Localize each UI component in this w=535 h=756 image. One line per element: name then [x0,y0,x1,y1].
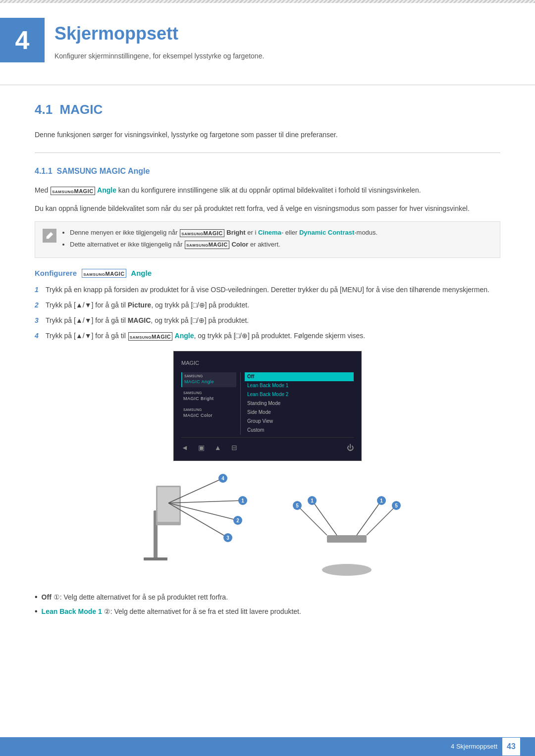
chapter-number-box: 4 [0,18,45,62]
body-text-2: Du kan oppnå lignende bildekvalitet som … [35,203,500,214]
svg-text:4: 4 [221,476,224,481]
osd-option-standing: Standing Mode [245,399,354,408]
osd-option-lean2: Lean Back Mode 2 [245,390,354,399]
monitor-side-diagram: 4 1 2 3 [124,471,263,580]
osd-btn-enter: ⊟ [231,443,237,453]
footer-section-label: 4 Skjermoppsett [451,742,497,752]
osd-menu-item-color: SAMSUNG MAGIC Color [181,406,236,421]
svg-text:1: 1 [241,498,244,504]
svg-text:2: 2 [236,518,239,523]
chapter-number: 4 [15,21,30,59]
svg-text:1: 1 [311,498,314,504]
step-4: 4 Trykk på [▲/▼] for å gå til SAMSUNGMAG… [35,331,500,341]
section-4-1-intro: Denne funksjonen sørger for visningsvink… [35,129,500,140]
osd-btn-menu: ▣ [198,443,205,453]
osd-btn-left: ◄ [181,443,188,453]
osd-option-lean1: Lean Back Mode 1 [245,381,354,390]
samsung-magic-brand-step4: SAMSUNGMAGIC [128,332,173,341]
bullet-item-2: • Lean Back Mode 1 ②: Velg dette alterna… [35,606,500,617]
chapter-header: 4 Skjermoppsett Konfigurer skjerminnstil… [0,3,535,72]
section-4-1-1-title: 4.1.1 SAMSUNG MAGIC Angle [35,165,500,177]
svg-text:5: 5 [296,503,299,508]
osd-option-off: Off [245,372,354,381]
svg-text:1: 1 [380,498,383,504]
samsung-magic-brand-color: SAMSUNGMAGIC [185,241,229,249]
svg-rect-3 [158,487,179,522]
samsung-magic-brand-bright: SAMSUNGMAGIC [180,229,224,237]
osd-btn-power: ⏻ [347,443,354,453]
osd-options-column: Off Lean Back Mode 1 Lean Back Mode 2 St… [241,372,354,435]
osd-bottom-bar: ◄ ▣ ▲ ⊟ ⏻ [181,437,354,453]
osd-menu-column: SAMSUNG MAGIC Angle SAMSUNG MAGIC Bright… [181,372,241,435]
note-item-2: Dette alternativet er ikke tilgjengelig … [70,240,377,250]
svg-line-20 [312,501,337,535]
svg-point-16 [322,564,372,576]
chapter-title: Skjermoppsett [54,20,264,47]
body-text-1: Med SAMSUNGMAGIC Angle kan du konfigurer… [35,185,500,196]
main-content: 4.1 MAGIC Denne funksjonen sørger for vi… [0,100,535,617]
svg-text:3: 3 [226,535,229,541]
note-content: Denne menyen er ikke tilgjengelig når SA… [62,228,377,252]
page-footer: 4 Skjermoppsett 43 [0,737,535,756]
bullet-list: • Off ①: Velg dette alternativet for å s… [35,592,500,617]
svg-rect-1 [144,557,167,560]
section-divider-1 [35,152,500,153]
monitor-top-diagram: 1 1 5 5 [282,491,411,580]
note-box: Denne menyen er ikke tilgjengelig når SA… [35,221,500,258]
svg-rect-17 [327,535,367,543]
step-1: 1 Trykk på en knapp på forsiden av produ… [35,285,500,295]
diagrams-row: 4 1 2 3 [35,471,500,580]
pencil-icon [45,231,54,240]
diagram-left: 4 1 2 3 [124,471,263,580]
samsung-magic-brand-inline-1: SAMSUNGMAGIC [51,187,95,195]
osd-option-group: Group View [245,417,354,426]
bullet-item-1: • Off ①: Velg dette alternativet for å s… [35,592,500,603]
chapter-subtitle: Konfigurer skjerminnstillingene, for eks… [54,51,264,61]
footer-page-number: 43 [502,738,520,756]
svg-line-21 [357,501,381,535]
osd-menu-item-bright: SAMSUNG MAGIC Bright [181,389,236,404]
note-icon [43,229,56,243]
step-2: 2 Trykk på [▲/▼] for å gå til Picture, o… [35,300,500,310]
osd-screenshot: MAGIC SAMSUNG MAGIC Angle SAMSUNG MAGIC … [173,351,362,461]
osd-option-custom: Custom [245,426,354,435]
steps-list: 1 Trykk på en knapp på forsiden av produ… [35,285,500,341]
configure-heading: Konfigurere SAMSUNGMAGIC Angle [35,268,500,279]
step-3: 3 Trykk på [▲/▼] for å gå til MAGIC, og … [35,315,500,326]
header-divider [0,85,535,85]
osd-content: SAMSUNG MAGIC Angle SAMSUNG MAGIC Bright… [181,372,354,435]
svg-text:5: 5 [395,503,398,508]
svg-line-18 [297,505,327,535]
chapter-title-area: Skjermoppsett Konfigurer skjerminnstilli… [54,18,264,61]
osd-option-side: Side Mode [245,408,354,417]
osd-title: MAGIC [181,359,354,367]
osd-btn-up: ▲ [214,443,221,453]
svg-line-19 [367,505,396,535]
section-4-1-title: 4.1 MAGIC [35,100,500,119]
osd-menu-item-angle: SAMSUNG MAGIC Angle [181,372,236,387]
note-item-1: Denne menyen er ikke tilgjengelig når SA… [70,228,377,238]
samsung-magic-brand-configure: SAMSUNGMAGIC [82,269,126,278]
diagram-right: 1 1 5 5 [282,491,411,580]
